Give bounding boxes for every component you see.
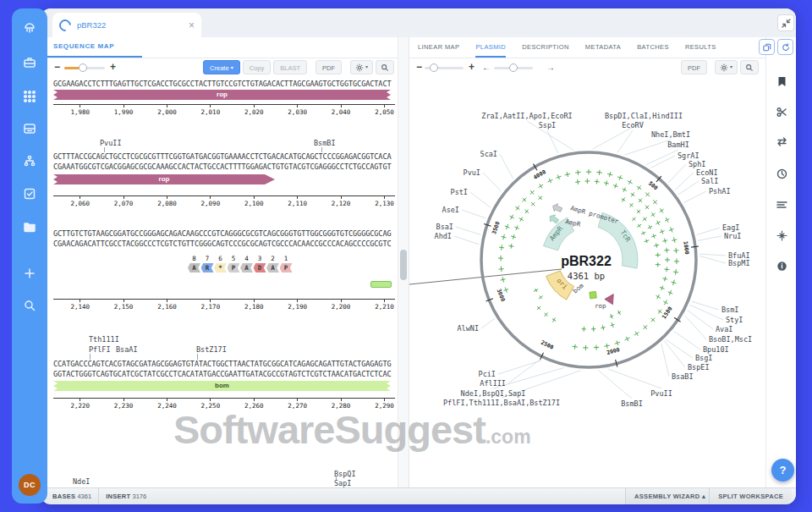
zoom-slider[interactable] (64, 67, 105, 69)
enzyme-site-label[interactable]: SgrAI (678, 151, 700, 160)
enzyme-site-label[interactable]: NruI (724, 232, 741, 240)
scrollbar-thumb[interactable] (400, 250, 407, 280)
pdf-button[interactable]: PDF (315, 60, 342, 74)
split-workspace-button[interactable]: SPLIT WORKSPACE (709, 488, 792, 504)
rop-annotation[interactable]: rop (53, 174, 275, 184)
bom-feature[interactable] (590, 291, 597, 299)
dna-sequence[interactable]: CCATGACCCAGTCACGTAGCGATAGCGGAGTGTATACTGG… (53, 360, 392, 368)
search-icon[interactable] (12, 296, 47, 315)
aa-residue[interactable]: P (280, 263, 293, 273)
enzyme-site-label[interactable]: BamHI (667, 140, 689, 149)
create-plus-icon[interactable] (12, 264, 47, 283)
assembly-wizard-button[interactable]: ASSEMBLY WIZARD ▴ (625, 488, 714, 504)
aa-residue[interactable]: A (266, 263, 279, 273)
enzyme-site-label[interactable]: BspEI (688, 363, 710, 372)
projects-folder-icon[interactable] (12, 217, 47, 236)
tab-sequence-map[interactable]: SEQUENCE MAP (53, 42, 114, 50)
rotate-left-icon[interactable]: ← (482, 62, 491, 74)
rop-annotation[interactable]: rop (53, 90, 391, 100)
workflow-icon[interactable] (12, 151, 47, 170)
cut-site-label[interactable]: BsmBI (314, 139, 336, 147)
collapse-window-button[interactable] (777, 14, 794, 31)
tab-batches[interactable]: BATCHES (637, 37, 669, 58)
enzyme-site-label[interactable]: AseI (442, 206, 459, 214)
cut-site-label[interactable]: SapI (334, 479, 351, 487)
enzyme-site-label[interactable]: PshAI (709, 187, 731, 195)
enzyme-site-label[interactable]: BsgI (695, 354, 712, 362)
cut-site-label[interactable]: BsaAI (116, 345, 138, 354)
enzyme-site-label[interactable]: BsaBI (672, 372, 694, 381)
aa-residue[interactable]: A (240, 263, 253, 273)
enzyme-site-label[interactable]: Bpu10I (703, 345, 729, 354)
logo-icon[interactable] (12, 19, 47, 38)
dna-sequence-complement[interactable]: GGTACTGGGTCAGTGCATCGCTATCGCCTCACATATGACC… (53, 370, 392, 378)
enzyme-site-label[interactable]: BspMI (728, 259, 750, 267)
swap-strands-icon[interactable] (766, 133, 797, 150)
close-icon[interactable]: × (189, 20, 195, 30)
cut-site-label[interactable]: NdeI (73, 477, 90, 486)
enzyme-site-label[interactable]: AhdI (435, 232, 452, 240)
enzyme-site-label[interactable]: BspDI,ClaI,HindIII (605, 112, 683, 120)
enzyme-site-label[interactable]: AflIII (480, 379, 506, 388)
ampr-promoter-feature[interactable] (551, 202, 562, 214)
cut-site-label[interactable]: BspQI (334, 470, 356, 478)
cut-scissors-icon[interactable] (766, 103, 797, 120)
zoom-in-button[interactable]: + (110, 61, 116, 73)
tab-metadata[interactable]: METADATA (585, 37, 621, 58)
aa-residue[interactable]: A (188, 263, 200, 273)
history-clock-icon[interactable] (766, 165, 797, 182)
dna-sequence-complement[interactable]: CGAAATGGCGTCGACGGAGCGCGCAAAGCCACTACTGCCA… (53, 162, 392, 171)
enzyme-site-label[interactable]: EagI (722, 223, 739, 232)
enhance-sparkle-icon[interactable] (766, 227, 797, 244)
blast-button[interactable]: BLAST (273, 60, 307, 74)
settings-button[interactable]: ▾ (350, 60, 373, 74)
enzyme-site-label[interactable]: BsaI (436, 223, 453, 231)
dna-sequence[interactable]: GCTTTACCGCAGCTGCCTCGCGCGTTTCGGTGATGACGGT… (53, 152, 392, 161)
rotation-slider-thumb[interactable] (509, 63, 518, 72)
tab-linear-map[interactable]: LINEAR MAP (418, 37, 459, 58)
zoom-out-button[interactable]: − (54, 61, 60, 73)
enzyme-site-label[interactable]: ScaI (480, 150, 497, 158)
enzyme-site-label[interactable]: PciI (479, 370, 496, 378)
enzyme-site-label[interactable]: PvuI (464, 168, 480, 177)
enzyme-site-label[interactable]: BsmI (721, 306, 738, 314)
info-icon[interactable] (766, 257, 797, 274)
bookmark-icon[interactable] (766, 73, 797, 90)
enzyme-site-label[interactable]: PvuII (650, 389, 672, 398)
tasks-icon[interactable] (12, 184, 47, 203)
create-button[interactable]: Create ▾ (203, 60, 240, 74)
enzyme-site-label[interactable]: PflFI,Tth111I,BsaAI,BstZ17I (443, 399, 560, 407)
plasmid-map-canvas[interactable]: TcRAmpRori500100015002000250030003500400… (409, 78, 766, 487)
enzyme-site-label[interactable]: BsoBI,MscI (709, 335, 752, 344)
zoom-slider-thumb[interactable] (79, 63, 87, 72)
pdf-button[interactable]: PDF (681, 60, 707, 74)
settings-button[interactable]: ▾ (715, 60, 738, 74)
bom-annotation[interactable]: bom (53, 381, 391, 391)
zoom-slider[interactable] (425, 67, 464, 69)
enzyme-site-label[interactable]: SphI (689, 160, 705, 168)
copy-button[interactable]: Copy (243, 60, 272, 74)
aa-residue[interactable]: P (228, 263, 240, 273)
rotation-slider[interactable] (494, 67, 533, 69)
cut-site-label[interactable]: PflFI (89, 345, 111, 354)
aa-residue[interactable]: D (254, 263, 266, 273)
refresh-panel-button[interactable] (777, 39, 793, 55)
dna-sequence[interactable]: GCGAAGACCTCTTTGAGTTGCTCGACCTGCGCCTACTTGT… (53, 80, 392, 88)
cut-site-label[interactable]: PvuII (100, 139, 122, 147)
enzyme-site-label[interactable]: AvaI (716, 325, 732, 333)
toolbox-icon[interactable] (12, 53, 47, 72)
enzyme-site-label[interactable]: SspI (539, 121, 556, 129)
enzyme-site-label[interactable]: StyI (726, 316, 743, 324)
duplicate-panel-button[interactable] (759, 39, 775, 55)
tab-plasmid[interactable]: PLASMID (475, 37, 506, 58)
enzyme-site-label[interactable]: NheI,BmtI (651, 130, 690, 139)
annotation-fragment[interactable] (370, 281, 392, 288)
dna-sequence[interactable]: GCTTGTCTGTAAGCGGATGCCGGGAGCAGACAAGCCCGTC… (53, 229, 392, 238)
plasmid-svg[interactable]: TcRAmpRori500100015002000250030003500400… (409, 78, 766, 487)
tab-pbr322[interactable]: pBR322 × (52, 13, 201, 37)
sequence-canvas[interactable]: GCGAAGACCTCTTTGAGTTGCTCGACCTGCGCCTACTTGT… (47, 78, 398, 487)
enzyme-site-label[interactable]: SalI (701, 177, 718, 185)
dna-sequence-complement[interactable]: CGAACAGACATTCGCCTACGGCCCTCGTCTGTTCGGGCAG… (53, 239, 392, 248)
tab-description[interactable]: DESCRIPTION (522, 37, 569, 58)
zoom-in-button[interactable]: + (469, 61, 475, 73)
